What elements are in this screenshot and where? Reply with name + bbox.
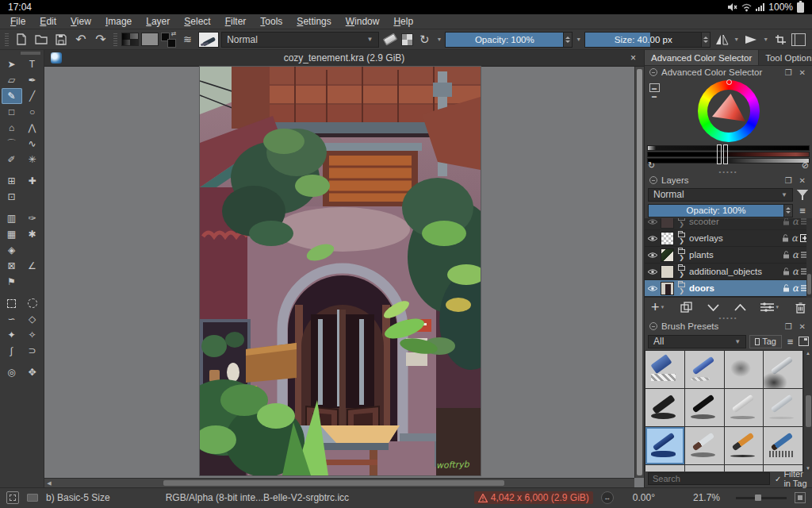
tool-similar-color-select[interactable]: ✧: [22, 327, 43, 343]
lock-icon[interactable]: [783, 218, 790, 225]
tool-crop[interactable]: ⊡: [2, 189, 22, 205]
close-docker-button[interactable]: ✕: [798, 176, 807, 185]
filter-in-tag-checkbox[interactable]: ✓Filter in Tag: [775, 469, 809, 488]
brush-preset[interactable]: [685, 427, 724, 464]
dropdown-arrow-icon[interactable]: ▼: [733, 37, 740, 42]
toolbar-handle[interactable]: [5, 33, 9, 46]
dropdown-arrow-icon[interactable]: ▼: [575, 37, 582, 42]
layer-row-plants[interactable]: ❯ plants α: [645, 247, 812, 264]
tool-measure[interactable]: ∠: [22, 258, 43, 274]
tool-select[interactable]: ➤: [2, 56, 22, 72]
tool-contiguous-select[interactable]: ✦: [2, 327, 22, 343]
menu-layer[interactable]: Layer: [139, 15, 177, 28]
brush-preset-chooser[interactable]: [198, 32, 219, 48]
layer-filter-icon[interactable]: [796, 188, 809, 201]
mirror-vertical-button[interactable]: [742, 31, 760, 48]
tool-freehand-path[interactable]: ∿: [22, 136, 43, 152]
redo-button[interactable]: ↷: [92, 31, 109, 48]
menu-file[interactable]: File: [3, 15, 33, 28]
layer-options-menu-icon[interactable]: ≡: [796, 205, 809, 217]
inherit-alpha-icon[interactable]: α: [792, 249, 799, 260]
selection-mode-icon[interactable]: [6, 491, 19, 504]
visibility-eye-icon[interactable]: [647, 218, 658, 225]
float-docker-button[interactable]: ❐: [783, 176, 794, 185]
group-expand-icon[interactable]: ❯: [676, 218, 687, 228]
brush-preset-selected[interactable]: [645, 427, 684, 464]
float-docker-button[interactable]: ❐: [783, 322, 794, 331]
brush-preset[interactable]: [645, 389, 684, 426]
brush-preset[interactable]: [725, 427, 764, 464]
tool-enclose-fill[interactable]: ⊠: [2, 258, 22, 274]
blending-mode-dropdown[interactable]: Normal▼: [221, 32, 378, 48]
tool-pan[interactable]: ✥: [22, 364, 43, 380]
tool-pattern-edit[interactable]: ▦: [2, 226, 22, 242]
zoom-fit-button[interactable]: [795, 492, 806, 503]
artwork-canvas[interactable]: woftryb: [200, 67, 481, 475]
preset-menu-icon[interactable]: ≡: [785, 336, 795, 348]
tool-edit-shapes[interactable]: ▱: [2, 72, 22, 88]
brush-preset[interactable]: [764, 465, 802, 471]
reload-preset-button[interactable]: ↻: [416, 31, 433, 48]
menu-window[interactable]: Window: [339, 15, 387, 28]
tool-color-sampler[interactable]: ✑: [22, 210, 43, 226]
tool-multibrush[interactable]: ✳: [22, 152, 43, 167]
color-triangle[interactable]: [709, 91, 749, 131]
layer-opacity-slider[interactable]: Opacity: 100%: [648, 204, 793, 217]
new-document-button[interactable]: [13, 31, 30, 48]
menu-settings[interactable]: Settings: [289, 15, 338, 28]
tool-freehand-select[interactable]: ∽: [2, 311, 22, 327]
close-docker-button[interactable]: ✕: [798, 322, 807, 331]
tool-elliptical-select[interactable]: [22, 295, 43, 311]
inherit-alpha-icon[interactable]: α: [791, 233, 798, 244]
brush-preset[interactable]: [725, 389, 764, 426]
preset-view-mode-icon[interactable]: [799, 337, 809, 346]
inherit-alpha-icon[interactable]: α: [792, 218, 799, 227]
duplicate-layer-button[interactable]: [680, 302, 692, 313]
layer-row-doors[interactable]: ❯ doors α: [645, 280, 812, 297]
lock-icon[interactable]: [782, 234, 789, 242]
toolbar-handle[interactable]: [113, 33, 117, 46]
brush-preset[interactable]: [645, 351, 684, 388]
pattern-chooser[interactable]: [141, 33, 159, 46]
move-layer-down-button[interactable]: [707, 304, 719, 311]
move-layer-up-button[interactable]: [734, 304, 746, 311]
menu-select[interactable]: Select: [177, 15, 217, 28]
brush-preset[interactable]: [725, 465, 764, 471]
tag-button[interactable]: Tag: [749, 335, 782, 348]
tool-polyline[interactable]: ⋀: [22, 120, 43, 136]
tool-dynamic-brush[interactable]: ✐: [2, 152, 22, 167]
selector-settings-icon[interactable]: ▬▬: [649, 83, 660, 92]
brush-settings-icon[interactable]: ≋: [178, 31, 196, 48]
tool-magnetic-select[interactable]: ⊃: [22, 343, 43, 359]
size-spinner[interactable]: [702, 32, 710, 48]
gamut-mask-icon[interactable]: [27, 494, 38, 502]
tool-zoom[interactable]: ◎: [2, 364, 22, 380]
tool-ellipse[interactable]: ○: [22, 104, 43, 120]
open-document-button[interactable]: [33, 31, 50, 48]
tab-advanced-color-selector[interactable]: Advanced Color Selector: [645, 50, 759, 65]
preserve-alpha-button[interactable]: [401, 33, 414, 46]
pan-reset-icon[interactable]: ↔: [601, 491, 614, 504]
trim-canvas-button[interactable]: [772, 31, 789, 48]
save-button[interactable]: [52, 31, 70, 48]
layer-row-scooter[interactable]: ❯ scooter α: [645, 218, 812, 230]
menu-tools[interactable]: Tools: [253, 15, 289, 28]
tool-fill[interactable]: ◈: [2, 242, 22, 258]
menu-help[interactable]: Help: [386, 15, 420, 28]
memory-warning-badge[interactable]: 4,042 x 6,000 (2.9 GiB): [474, 491, 593, 504]
inherit-alpha-icon[interactable]: α: [792, 283, 799, 294]
delete-layer-button[interactable]: [795, 302, 806, 314]
eraser-mode-button[interactable]: [381, 31, 399, 48]
undo-button[interactable]: ↶: [72, 31, 90, 48]
tool-polygon[interactable]: ⌂: [2, 120, 22, 136]
mirror-horizontal-button[interactable]: [713, 31, 730, 48]
tool-bezier-select[interactable]: ∫: [2, 343, 22, 359]
size-slider[interactable]: Size: 40.00 px: [584, 32, 710, 48]
tool-polygonal-select[interactable]: ◇: [22, 311, 43, 327]
tool-text[interactable]: T: [22, 56, 43, 72]
lock-icon[interactable]: [783, 251, 790, 259]
close-document-button[interactable]: ×: [622, 52, 644, 64]
menu-edit[interactable]: Edit: [33, 15, 63, 28]
layer-list-scrollbar[interactable]: [806, 218, 812, 298]
brush-preset[interactable]: [645, 465, 684, 471]
